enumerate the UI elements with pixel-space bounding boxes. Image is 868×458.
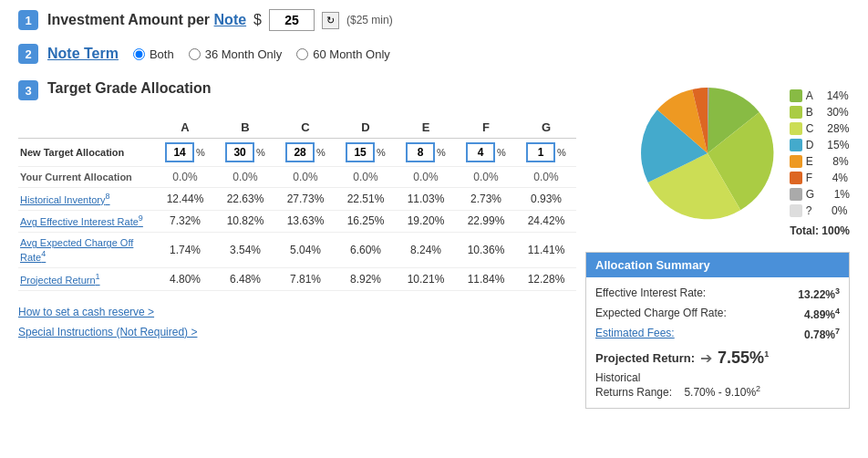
summary-header: Allocation Summary (586, 253, 849, 277)
col-header-g: G (516, 117, 576, 139)
effective-rate-row: Effective Interest Rate: 13.22%3 (595, 286, 840, 301)
col-header-c: C (275, 117, 336, 139)
avgint-a: 7.32% (155, 210, 215, 233)
projected-return-row: Projected Return: ➔ 7.55%1 (595, 349, 840, 368)
effective-rate-label: Effective Interest Rate: (595, 286, 706, 301)
chargeoff-row: Avg Expected Charge Off Rate4 1.74% 3.54… (18, 233, 576, 268)
co-b: 3.54% (215, 233, 275, 268)
legend-item-a: A 14% (790, 89, 850, 102)
special-instructions-link[interactable]: Special Instructions (Not Required) > (18, 326, 576, 338)
hist-a: 12.44% (155, 188, 215, 211)
legend-color-d (790, 139, 802, 151)
legend-color-g (790, 188, 802, 201)
legend-pct-c: 28% (817, 122, 849, 135)
hist-f: 2.73% (456, 188, 516, 211)
allocation-table: A B C D E F G New Target Allocation (18, 117, 576, 291)
grade-input-g[interactable] (526, 142, 555, 162)
note-term-link[interactable]: Note Term (47, 46, 119, 61)
legend-color-c (790, 122, 802, 135)
chargeoff-link[interactable]: Avg Expected Charge Off Rate4 (20, 237, 133, 263)
proj-c: 7.81% (275, 267, 336, 290)
grade-input-c[interactable] (285, 142, 315, 162)
new-target-label: New Target Allocation (18, 139, 155, 167)
input-e[interactable]: % (396, 139, 456, 167)
co-e: 8.24% (396, 233, 456, 268)
legend-color-e (790, 155, 802, 168)
dollar-sign: $ (253, 12, 262, 28)
avg-interest-link[interactable]: Avg Effective Interest Rate9 (20, 216, 143, 227)
legend-label-a: A (806, 89, 813, 102)
step2-badge: 2 (18, 44, 38, 64)
legend-item-d: D 15% (790, 139, 850, 151)
legend-label-f: F (806, 172, 812, 184)
refresh-button[interactable]: ↻ (322, 12, 339, 29)
radio-both[interactable]: Both (133, 47, 174, 61)
radio-60month[interactable]: 60 Month Only (296, 47, 390, 61)
fees-label[interactable]: Estimated Fees: (595, 327, 675, 341)
legend-pct-e: 8% (817, 155, 849, 168)
historical-row: Historical Inventory8 12.44% 22.63% 27.7… (18, 188, 576, 211)
co-f: 10.36% (456, 233, 516, 268)
legend-item-f: F 4% (790, 172, 850, 184)
proj-d: 8.92% (336, 267, 396, 290)
current-b: 0.0% (215, 167, 275, 188)
legend-pct-a: 14% (817, 89, 849, 102)
proj-f: 11.84% (456, 267, 516, 290)
legend-label-e: E (806, 155, 813, 168)
input-c[interactable]: % (275, 139, 336, 167)
legend-item-unknown: ? 0% (790, 204, 850, 217)
avgint-b: 10.82% (215, 210, 275, 233)
current-a: 0.0% (155, 167, 215, 188)
projected-link[interactable]: Projected Return1 (20, 275, 100, 286)
legend-pct-d: 15% (817, 139, 849, 151)
chargeoff-label[interactable]: Avg Expected Charge Off Rate4 (18, 233, 155, 268)
grade-input-f[interactable] (466, 142, 495, 162)
hist-d: 22.51% (336, 188, 396, 211)
step1-badge: 1 (18, 10, 38, 30)
cash-reserve-link[interactable]: How to set a cash reserve > (18, 306, 576, 318)
input-d[interactable]: % (336, 139, 396, 167)
hist-c: 27.73% (275, 188, 336, 211)
legend-item-e: E 8% (790, 155, 850, 168)
legend-label-b: B (806, 106, 813, 119)
amount-input[interactable] (269, 9, 315, 31)
avg-interest-row: Avg Effective Interest Rate9 7.32% 10.82… (18, 210, 576, 233)
allocation-summary: Allocation Summary Effective Interest Ra… (585, 252, 850, 409)
input-g[interactable]: % (516, 139, 576, 167)
input-f[interactable]: % (456, 139, 516, 167)
input-a[interactable]: % (155, 139, 215, 167)
projected-return-label: Projected Return: (595, 351, 695, 365)
historical-link[interactable]: Historical Inventory8 (20, 194, 110, 205)
grade-input-a[interactable] (165, 142, 194, 162)
legend-label-d: D (806, 139, 814, 151)
col-header-a: A (155, 117, 215, 139)
legend-pct-unknown: 0% (815, 204, 847, 217)
grade-input-e[interactable] (406, 142, 435, 162)
current-e: 0.0% (396, 167, 456, 188)
avg-interest-label[interactable]: Avg Effective Interest Rate9 (18, 210, 155, 233)
proj-b: 6.48% (215, 267, 275, 290)
current-f: 0.0% (456, 167, 516, 188)
current-c: 0.0% (275, 167, 336, 188)
fees-link[interactable]: Estimated Fees: (595, 327, 675, 339)
returns-range-row: HistoricalReturns Range: 5.70% - 9.10%2 (595, 371, 840, 399)
radio-36month[interactable]: 36 Month Only (189, 47, 283, 61)
legend-pct-f: 4% (816, 172, 848, 184)
current-alloc-row: Your Current Allocation 0.0% 0.0% 0.0% 0… (18, 167, 576, 188)
co-g: 11.41% (516, 233, 576, 268)
input-b[interactable]: % (215, 139, 275, 167)
projected-return-value: 7.55%1 (718, 349, 769, 368)
note-link[interactable]: Note (214, 12, 247, 27)
historical-label[interactable]: Historical Inventory8 (18, 188, 155, 211)
grade-input-b[interactable] (225, 142, 254, 162)
legend-color-b (790, 106, 802, 119)
projected-label[interactable]: Projected Return1 (18, 267, 155, 290)
step3-badge: 3 (18, 80, 38, 100)
avgint-e: 19.20% (396, 210, 456, 233)
co-a: 1.74% (155, 233, 215, 268)
effective-rate-value: 13.22%3 (798, 286, 840, 301)
footer-links: How to set a cash reserve > Special Inst… (18, 306, 576, 338)
proj-g: 12.28% (516, 267, 576, 290)
legend-item-g: G 1% (790, 188, 850, 201)
grade-input-d[interactable] (346, 142, 375, 162)
